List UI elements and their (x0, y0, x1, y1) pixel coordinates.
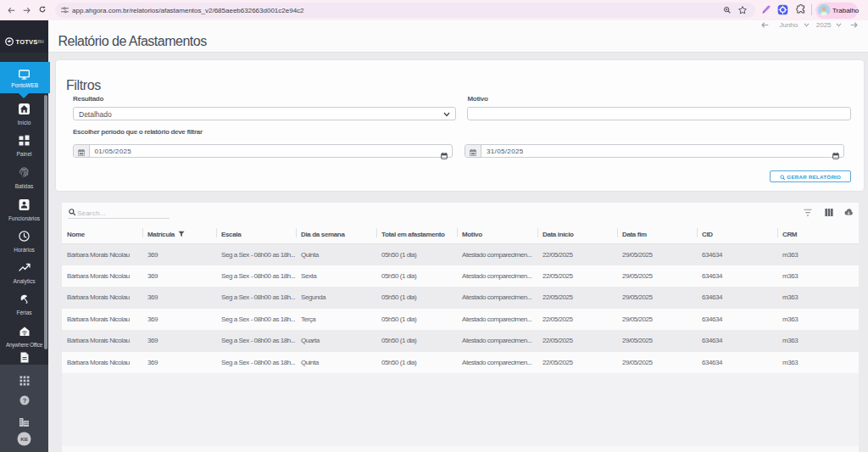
svg-text:?: ? (22, 397, 26, 405)
svg-text:KB: KB (20, 437, 28, 442)
